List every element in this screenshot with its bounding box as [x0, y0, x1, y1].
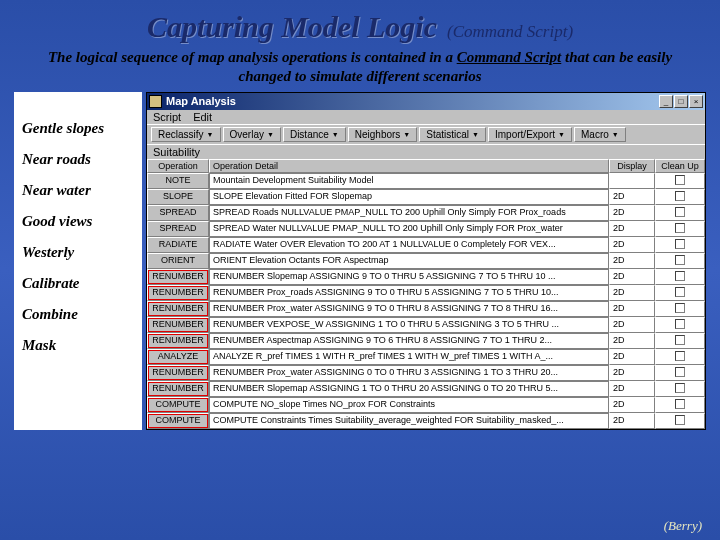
checkbox-icon[interactable]: [675, 303, 685, 313]
cell-cleanup[interactable]: [655, 381, 705, 397]
grid-row[interactable]: COMPUTECOMPUTE Constraints Times Suitabi…: [147, 413, 705, 429]
cell-cleanup[interactable]: [655, 413, 705, 429]
grid-row[interactable]: RENUMBERRENUMBER Slopemap ASSIGNING 9 TO…: [147, 269, 705, 285]
toolbar: Reclassify▼Overlay▼Distance▼Neighbors▼St…: [147, 124, 705, 144]
cell-cleanup[interactable]: [655, 285, 705, 301]
checkbox-icon[interactable]: [675, 175, 685, 185]
checkbox-icon[interactable]: [675, 399, 685, 409]
grid-row[interactable]: SPREADSPREAD Roads NULLVALUE PMAP_NULL T…: [147, 205, 705, 221]
grid-row[interactable]: ORIENTORIENT Elevation Octants FOR Aspec…: [147, 253, 705, 269]
cell-display: 2D: [609, 365, 655, 381]
window-titlebar[interactable]: Map Analysis _ □ ×: [147, 93, 705, 110]
cell-cleanup[interactable]: [655, 301, 705, 317]
slide-title-sub: (Command Script): [447, 22, 573, 41]
grid-row[interactable]: COMPUTECOMPUTE NO_slope Times NO_prox FO…: [147, 397, 705, 413]
grid-row[interactable]: RENUMBERRENUMBER Slopemap ASSIGNING 1 TO…: [147, 381, 705, 397]
grid-row[interactable]: RENUMBERRENUMBER Prox_roads ASSIGNING 9 …: [147, 285, 705, 301]
cell-cleanup[interactable]: [655, 397, 705, 413]
checkbox-icon[interactable]: [675, 207, 685, 217]
cell-display: 2D: [609, 221, 655, 237]
checkbox-icon[interactable]: [675, 319, 685, 329]
credit: (Berry): [664, 518, 702, 534]
minimize-button[interactable]: _: [659, 95, 673, 108]
toolbar-button[interactable]: Distance▼: [283, 127, 346, 142]
close-button[interactable]: ×: [689, 95, 703, 108]
toolbar-button[interactable]: Overlay▼: [223, 127, 281, 142]
cell-detail: RENUMBER VEXPOSE_W ASSIGNING 1 TO 0 THRU…: [209, 317, 609, 333]
checkbox-icon[interactable]: [675, 351, 685, 361]
cell-detail: RENUMBER Aspectmap ASSIGNING 9 TO 6 THRU…: [209, 333, 609, 349]
col-operation: Operation: [147, 159, 209, 173]
side-label: Calibrate: [22, 275, 134, 292]
checkbox-icon[interactable]: [675, 367, 685, 377]
panel-title: Suitability: [147, 144, 705, 159]
menu-item[interactable]: Script: [153, 111, 181, 123]
cell-display: 2D: [609, 397, 655, 413]
cell-cleanup[interactable]: [655, 221, 705, 237]
cell-cleanup[interactable]: [655, 317, 705, 333]
cell-display: 2D: [609, 413, 655, 429]
checkbox-icon[interactable]: [675, 415, 685, 425]
cell-operation: ORIENT: [147, 253, 209, 269]
grid-row[interactable]: ANALYZEANALYZE R_pref TIMES 1 WITH R_pre…: [147, 349, 705, 365]
cell-operation: RENUMBER: [147, 365, 209, 381]
checkbox-icon[interactable]: [675, 335, 685, 345]
grid-row[interactable]: NOTEMountain Development Suitability Mod…: [147, 173, 705, 189]
checkbox-icon[interactable]: [675, 191, 685, 201]
cell-display: 2D: [609, 349, 655, 365]
checkbox-icon[interactable]: [675, 255, 685, 265]
grid-row[interactable]: SLOPESLOPE Elevation Fitted FOR Slopemap…: [147, 189, 705, 205]
side-label: Good views: [22, 213, 134, 230]
grid-body: NOTEMountain Development Suitability Mod…: [147, 173, 705, 429]
menu-item[interactable]: Edit: [193, 111, 212, 123]
cell-cleanup[interactable]: [655, 349, 705, 365]
checkbox-icon[interactable]: [675, 287, 685, 297]
side-label: Near water: [22, 182, 134, 199]
cell-cleanup[interactable]: [655, 365, 705, 381]
col-display: Display: [609, 159, 655, 173]
cell-cleanup[interactable]: [655, 333, 705, 349]
cell-detail: SPREAD Roads NULLVALUE PMAP_NULL TO 200 …: [209, 205, 609, 221]
cell-operation: RENUMBER: [147, 301, 209, 317]
grid-row[interactable]: RENUMBERRENUMBER Prox_water ASSIGNING 0 …: [147, 365, 705, 381]
cell-cleanup[interactable]: [655, 253, 705, 269]
checkbox-icon[interactable]: [675, 383, 685, 393]
slide-title-main: Capturing Model Logic: [147, 10, 437, 43]
toolbar-button[interactable]: Neighbors▼: [348, 127, 418, 142]
grid-row[interactable]: RADIATERADIATE Water OVER Elevation TO 2…: [147, 237, 705, 253]
grid-row[interactable]: SPREADSPREAD Water NULLVALUE PMAP_NULL T…: [147, 221, 705, 237]
window-title: Map Analysis: [166, 95, 658, 107]
grid-row[interactable]: RENUMBERRENUMBER Aspectmap ASSIGNING 9 T…: [147, 333, 705, 349]
cell-detail: RENUMBER Prox_water ASSIGNING 0 TO 0 THR…: [209, 365, 609, 381]
cell-operation: NOTE: [147, 173, 209, 189]
cell-detail: RENUMBER Slopemap ASSIGNING 9 TO 0 THRU …: [209, 269, 609, 285]
cell-operation: RENUMBER: [147, 285, 209, 301]
checkbox-icon[interactable]: [675, 223, 685, 233]
app-icon: [149, 95, 162, 108]
cell-detail: RENUMBER Prox_water ASSIGNING 9 TO 0 THR…: [209, 301, 609, 317]
cell-cleanup[interactable]: [655, 269, 705, 285]
cell-display: 2D: [609, 189, 655, 205]
cell-operation: SPREAD: [147, 221, 209, 237]
grid-row[interactable]: RENUMBERRENUMBER Prox_water ASSIGNING 9 …: [147, 301, 705, 317]
cell-detail: ANALYZE R_pref TIMES 1 WITH R_pref TIMES…: [209, 349, 609, 365]
grid-row[interactable]: RENUMBERRENUMBER VEXPOSE_W ASSIGNING 1 T…: [147, 317, 705, 333]
cell-cleanup[interactable]: [655, 189, 705, 205]
cell-operation: RENUMBER: [147, 381, 209, 397]
cell-detail: RADIATE Water OVER Elevation TO 200 AT 1…: [209, 237, 609, 253]
toolbar-button[interactable]: Import/Export▼: [488, 127, 572, 142]
maximize-button[interactable]: □: [674, 95, 688, 108]
cell-operation: SLOPE: [147, 189, 209, 205]
toolbar-button[interactable]: Statistical▼: [419, 127, 486, 142]
cell-cleanup[interactable]: [655, 237, 705, 253]
toolbar-button[interactable]: Macro▼: [574, 127, 626, 142]
cell-operation: ANALYZE: [147, 349, 209, 365]
toolbar-button[interactable]: Reclassify▼: [151, 127, 221, 142]
col-cleanup: Clean Up: [655, 159, 705, 173]
checkbox-icon[interactable]: [675, 271, 685, 281]
side-labels: Gentle slopesNear roadsNear waterGood vi…: [14, 92, 142, 430]
cell-cleanup[interactable]: [655, 205, 705, 221]
cell-detail: Mountain Development Suitability Model: [209, 173, 609, 189]
checkbox-icon[interactable]: [675, 239, 685, 249]
cell-cleanup[interactable]: [655, 173, 705, 189]
